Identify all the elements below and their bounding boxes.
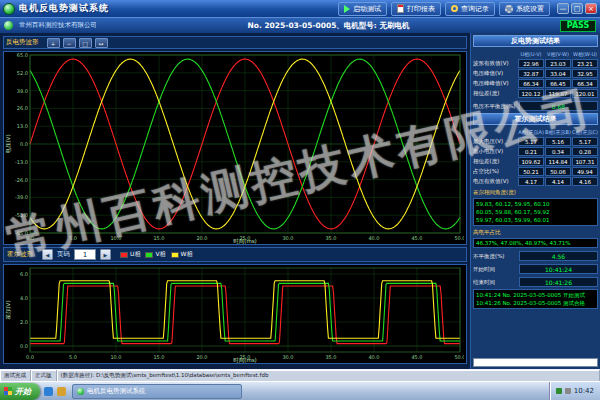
value-cell: 0.28 (572, 147, 598, 156)
print-report-label: 打印报表 (407, 4, 435, 14)
charts-column: 反电势波形 + − □ ↔ 0.05.010.015.020.025.030.0… (0, 33, 470, 369)
svg-text:-13.0: -13.0 (15, 159, 28, 165)
minimize-button[interactable]: — (557, 3, 569, 14)
system-settings-button[interactable]: 系统设置 (499, 2, 550, 16)
value-cell: 120.01 (572, 89, 598, 98)
start-test-label: 启动测试 (353, 4, 381, 14)
taskbar-app-label: 电机反电势测试系统 (87, 387, 146, 396)
row-label: 电压峰峰值(V) (473, 79, 517, 88)
search-icon (451, 5, 458, 12)
svg-text:0.0: 0.0 (20, 141, 28, 147)
titlebar: 电机反电势测试系统 启动测试 打印报表 查询记录 系统设置 — □ × (0, 0, 600, 17)
maximize-button[interactable]: □ (571, 3, 583, 14)
page-prev-button[interactable]: ◀ (42, 249, 53, 260)
chart-toolbar: 反电势波形 + − □ ↔ (3, 36, 467, 49)
value-cell: 5.17 (572, 137, 598, 146)
column-header: B相(霍尔B) (545, 128, 571, 136)
value-cell: 5.17 (518, 137, 544, 146)
value-cell: 107.31 (572, 157, 598, 166)
company-name: 常州百科测控技术有限公司 (19, 21, 97, 30)
hall-result-row: 最大电压(V)5.175.165.17 (473, 137, 598, 146)
bemf-chart-tab[interactable]: 反电势波形 (6, 38, 39, 47)
legend-item: U相 (120, 250, 140, 259)
tray-icon-1[interactable] (556, 388, 562, 394)
app-window: 电机反电势测试系统 启动测试 打印报表 查询记录 系统设置 — □ × 常州百科… (0, 0, 600, 400)
window-title: 电机反电势测试系统 (19, 2, 109, 15)
quick-launch-icon-2[interactable] (57, 387, 66, 396)
bemf-unbalance-row: 电压不平衡度(%) 0.68 (473, 101, 598, 111)
svg-text:4.0: 4.0 (20, 295, 28, 301)
page-label: 页码 (57, 250, 70, 259)
svg-text:10.0: 10.0 (110, 354, 121, 360)
hall-waveform-chart[interactable]: 0.05.010.015.020.025.030.035.040.045.050… (4, 265, 464, 363)
legend-label: U相 (130, 250, 140, 259)
app-logo-icon (3, 3, 15, 15)
column-spacer (473, 50, 517, 58)
bemf-header-row: U相(U-V)V相(V-W)W相(W-U) (473, 50, 598, 58)
row-label: 最大电压(V) (473, 137, 517, 146)
svg-text:霍尔(V): 霍尔(V) (5, 300, 11, 319)
svg-text:39.0: 39.0 (17, 88, 28, 94)
close-button[interactable]: × (585, 3, 597, 14)
svg-text:30.0: 30.0 (282, 354, 293, 360)
value-cell: 5.16 (545, 137, 571, 146)
svg-text:45.0: 45.0 (411, 354, 422, 360)
bemf-chart-frame: 0.05.010.015.020.025.030.035.040.045.050… (3, 51, 467, 245)
start-test-button[interactable]: 启动测试 (338, 2, 387, 16)
value-cell: 66.34 (572, 79, 598, 88)
column-spacer (473, 128, 517, 136)
svg-text:2.0: 2.0 (20, 319, 28, 325)
test-record-list[interactable]: 10:41:24 No. 2025-03-05-0005 开始测试10:41:2… (473, 289, 598, 309)
tray-icon-2[interactable] (565, 388, 571, 394)
bemf-unbalance-label: 电压不平衡度(%) (473, 103, 517, 110)
svg-text:时间(ms): 时间(ms) (233, 238, 257, 244)
hall-chart-tab[interactable]: 霍尔波形 (7, 250, 33, 259)
hall-unbalance-label: 不平衡度(%) (473, 253, 517, 260)
chart-control-strip: 霍尔波形 ◀ 页码 1 ▶ U相V相W相 (3, 247, 467, 262)
hall-angle-label: 霍尔相间角度(度) (473, 189, 598, 196)
start-time-label: 开始时间 (473, 266, 517, 273)
taskbar-app-button[interactable]: 电机反电势测试系统 (72, 384, 242, 399)
os-taskbar: 开始 电机反电势测试系统 10:42 (0, 381, 600, 400)
zoom-out-icon[interactable]: − (63, 38, 76, 48)
bemf-result-row: 电压峰值(V)32.8733.0432.95 (473, 69, 598, 78)
start-time-row: 开始时间 10:41:24 (473, 264, 598, 274)
row-label: 相位差(度) (473, 157, 517, 166)
svg-text:65.0: 65.0 (17, 52, 28, 58)
bemf-section-header: 反电势测试结果 (473, 35, 598, 47)
bemf-result-row: 相位差(度)120.12119.87120.01 (473, 89, 598, 98)
legend-item: V相 (145, 250, 165, 259)
hall-angle-listbox[interactable]: 59.83, 60.12, 59.95, 60.1060.05, 59.88, … (473, 198, 598, 226)
quick-launch-icon-1[interactable] (44, 387, 53, 396)
svg-text:5.0: 5.0 (69, 354, 77, 360)
bemf-waveform-chart[interactable]: 0.05.010.015.020.025.030.035.040.045.050… (4, 52, 464, 244)
value-cell: 4.14 (545, 177, 571, 186)
svg-text:电压(V): 电压(V) (5, 134, 11, 153)
row-label: 最小电压(V) (473, 147, 517, 156)
svg-text:15.0: 15.0 (153, 354, 164, 360)
zoom-in-icon[interactable]: + (47, 38, 60, 48)
svg-text:40.0: 40.0 (368, 235, 379, 241)
value-cell: 50.06 (545, 167, 571, 176)
legend-color-icon (171, 252, 179, 258)
report-icon (397, 4, 404, 13)
value-cell: 119.87 (545, 89, 571, 98)
legend-item: W相 (171, 250, 193, 259)
column-header: V相(V-W) (545, 50, 571, 58)
start-menu-button[interactable]: 开始 (0, 383, 40, 400)
zoom-box-icon[interactable]: □ (79, 38, 92, 48)
hall-unbalance-value: 4.56 (519, 251, 598, 261)
value-cell: 33.04 (545, 69, 571, 78)
pan-icon[interactable]: ↔ (95, 38, 108, 48)
page-next-button[interactable]: ▶ (100, 249, 111, 260)
page-value-input[interactable]: 1 (74, 249, 96, 260)
hall-result-row: 占空比(%)50.2150.0649.94 (473, 167, 598, 176)
print-report-button[interactable]: 打印报表 (391, 2, 441, 16)
legend-color-icon (120, 252, 128, 258)
angle-list-line: 59.97, 60.03, 59.99, 60.01 (476, 216, 595, 224)
svg-text:0.0: 0.0 (26, 354, 34, 360)
value-cell: 32.95 (572, 69, 598, 78)
status-bar: 测试完成 正式版 (数据库路径): D:\反电势测试\smts_bemftest… (0, 369, 600, 381)
query-records-button[interactable]: 查询记录 (445, 2, 495, 16)
series-legend: U相V相W相 (115, 250, 192, 259)
